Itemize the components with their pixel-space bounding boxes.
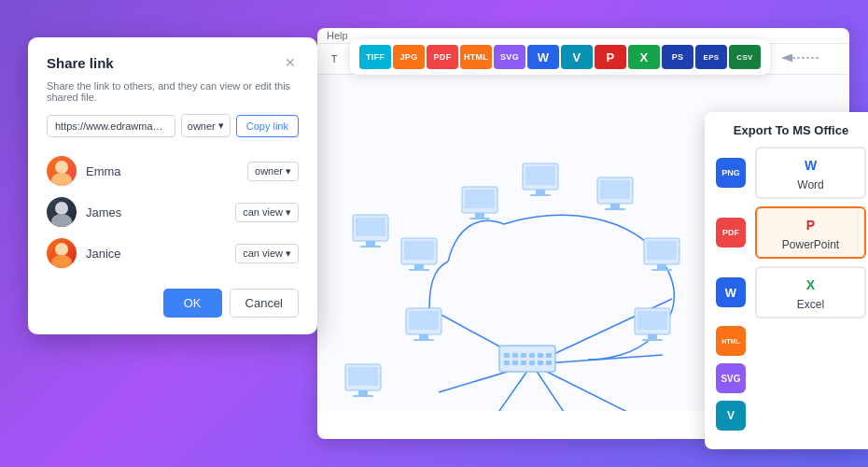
svg-rect-39 bbox=[366, 241, 375, 246]
svg-point-70 bbox=[55, 161, 68, 174]
role-chevron-emma: ▾ bbox=[286, 165, 291, 177]
link-row: https://www.edrawmax.com/online/fil owne… bbox=[47, 114, 299, 137]
svg-rect-23 bbox=[657, 264, 666, 269]
ok-button[interactable]: OK bbox=[163, 289, 222, 318]
owner-label: owner bbox=[188, 120, 216, 132]
copy-link-button[interactable]: Copy link bbox=[236, 115, 299, 137]
role-badge-emma[interactable]: owner ▾ bbox=[247, 162, 299, 181]
svg-rect-57 bbox=[499, 346, 555, 372]
user-row-janice: Janice can view ▾ bbox=[47, 233, 299, 274]
user-name-janice: Janice bbox=[86, 247, 121, 261]
side-icon-png[interactable]: PNG bbox=[716, 158, 746, 188]
format-visio[interactable]: V bbox=[561, 45, 593, 69]
word-button[interactable]: W Word bbox=[755, 147, 866, 199]
tool-text[interactable]: T bbox=[325, 50, 343, 68]
user-info-james: James bbox=[47, 197, 121, 227]
user-info-emma: Emma bbox=[47, 156, 121, 186]
svg-rect-16 bbox=[530, 194, 551, 196]
avatar-james bbox=[47, 197, 77, 227]
format-pdf[interactable]: PDF bbox=[427, 45, 458, 69]
panel-row-visio: V bbox=[716, 401, 866, 431]
svg-point-74 bbox=[55, 243, 68, 256]
arrow-indicator bbox=[777, 49, 823, 71]
svg-rect-42 bbox=[348, 367, 378, 386]
panel-row-excel: W X Excel bbox=[716, 266, 866, 318]
svg-rect-27 bbox=[648, 334, 657, 339]
format-html[interactable]: HTML bbox=[460, 45, 492, 69]
svg-rect-35 bbox=[419, 334, 428, 339]
svg-rect-40 bbox=[360, 246, 381, 248]
ms-office-panel: Export To MS Office PNG W Word PDF P Pow… bbox=[705, 112, 868, 449]
owner-chevron: ▾ bbox=[218, 120, 224, 132]
svg-rect-44 bbox=[353, 395, 373, 397]
svg-rect-10 bbox=[465, 190, 495, 208]
svg-point-73 bbox=[51, 214, 72, 227]
role-badge-janice[interactable]: can view ▾ bbox=[235, 244, 299, 263]
link-input[interactable]: https://www.edrawmax.com/online/fil bbox=[47, 115, 175, 137]
svg-rect-68 bbox=[538, 361, 543, 365]
format-jpg[interactable]: JPG bbox=[393, 45, 425, 69]
ppt-icon: P bbox=[800, 214, 822, 236]
svg-rect-62 bbox=[538, 353, 543, 358]
svg-rect-66 bbox=[521, 361, 526, 365]
role-chevron-james: ▾ bbox=[286, 206, 291, 219]
export-toolbar: TIFF JPG PDF HTML SVG W V P X PS EPS CSV bbox=[350, 39, 770, 75]
format-word[interactable]: W bbox=[527, 45, 559, 69]
format-eps[interactable]: EPS bbox=[695, 45, 727, 69]
svg-rect-12 bbox=[469, 218, 490, 219]
excel-button[interactable]: X Excel bbox=[755, 266, 866, 318]
dialog-actions: OK Cancel bbox=[47, 289, 299, 318]
powerpoint-button[interactable]: P PowerPoint bbox=[755, 206, 866, 259]
user-name-emma: Emma bbox=[86, 164, 121, 178]
side-icon-svg[interactable]: SVG bbox=[716, 363, 746, 393]
user-list: Emma owner ▾ James can view ▾ bbox=[47, 150, 299, 274]
svg-rect-67 bbox=[529, 361, 535, 365]
svg-rect-60 bbox=[521, 353, 526, 358]
side-icon-html[interactable]: HTML bbox=[716, 326, 746, 356]
role-label-emma: owner bbox=[255, 165, 283, 177]
svg-rect-20 bbox=[605, 208, 625, 210]
format-ps[interactable]: PS bbox=[662, 45, 693, 69]
close-button[interactable]: ✕ bbox=[282, 54, 299, 71]
role-label-janice: can view bbox=[243, 248, 283, 259]
cancel-button[interactable]: Cancel bbox=[230, 289, 299, 318]
excel-label: Excel bbox=[797, 298, 824, 311]
format-tiff[interactable]: TIFF bbox=[359, 45, 391, 69]
side-icon-visio[interactable]: V bbox=[716, 401, 746, 431]
svg-rect-43 bbox=[358, 390, 368, 395]
svg-rect-14 bbox=[525, 166, 555, 185]
help-label: Help bbox=[327, 30, 348, 41]
svg-rect-58 bbox=[504, 353, 510, 358]
svg-rect-18 bbox=[600, 180, 630, 199]
word-label: Word bbox=[797, 178, 823, 191]
share-dialog: Share link ✕ Share the link to others, a… bbox=[28, 37, 317, 334]
svg-rect-26 bbox=[637, 311, 667, 330]
side-icon-word2[interactable]: W bbox=[716, 277, 746, 307]
format-csv[interactable]: CSV bbox=[729, 45, 761, 69]
user-name-james: James bbox=[86, 205, 121, 219]
svg-rect-19 bbox=[610, 204, 620, 208]
format-svg[interactable]: SVG bbox=[494, 45, 525, 69]
role-chevron-janice: ▾ bbox=[286, 248, 291, 260]
side-icon-pdf[interactable]: PDF bbox=[716, 218, 746, 248]
format-ppt[interactable]: P bbox=[595, 45, 626, 69]
panel-row-svg: SVG bbox=[716, 363, 866, 393]
svg-rect-38 bbox=[356, 218, 385, 236]
svg-point-72 bbox=[55, 202, 68, 215]
svg-rect-28 bbox=[642, 339, 663, 341]
dialog-description: Share the link to others, and they can v… bbox=[47, 80, 299, 103]
svg-rect-11 bbox=[475, 213, 484, 218]
svg-rect-65 bbox=[512, 361, 518, 365]
panel-title: Export To MS Office bbox=[716, 123, 866, 137]
owner-badge[interactable]: owner ▾ bbox=[181, 114, 231, 137]
panel-row-ppt: PDF P PowerPoint bbox=[716, 206, 866, 259]
svg-point-71 bbox=[51, 173, 72, 186]
panel-row-word: PNG W Word bbox=[716, 147, 866, 199]
format-excel[interactable]: X bbox=[628, 45, 660, 69]
svg-rect-69 bbox=[546, 361, 552, 365]
svg-rect-31 bbox=[414, 264, 424, 269]
svg-rect-61 bbox=[529, 353, 535, 358]
svg-rect-22 bbox=[647, 241, 677, 260]
role-badge-james[interactable]: can view ▾ bbox=[235, 203, 299, 222]
svg-rect-59 bbox=[512, 353, 518, 358]
